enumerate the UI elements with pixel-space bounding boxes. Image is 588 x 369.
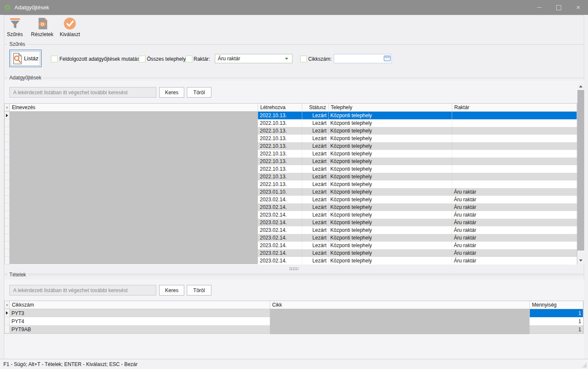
cell-status[interactable]: Lezárt xyxy=(302,211,329,219)
cell-status[interactable]: Lezárt xyxy=(302,127,329,135)
cell-site[interactable]: Központi telephely xyxy=(329,203,452,211)
cell-status[interactable]: Lezárt xyxy=(302,158,329,165)
splitter-grip[interactable] xyxy=(289,267,298,270)
row-selector-cell[interactable] xyxy=(5,325,10,333)
checkbox-processed-label[interactable]: Feldolgozott adatgyűjtések mutatása xyxy=(59,56,142,62)
cell-site[interactable]: Központi telephely xyxy=(329,158,452,165)
cell-quantity[interactable]: 1 xyxy=(530,325,583,333)
cell-created[interactable]: 2023.02.14. xyxy=(258,242,302,249)
column-header-created[interactable]: Létrehozva xyxy=(258,104,302,111)
column-header-site[interactable]: Telephely xyxy=(329,104,452,111)
items-clear-button[interactable]: Töröl xyxy=(187,285,211,296)
cell-site[interactable]: Központi telephely xyxy=(329,173,452,180)
cell-status[interactable]: Lezárt xyxy=(302,242,329,249)
cell-created[interactable]: 2023.02.14. xyxy=(258,211,302,219)
cell-quantity[interactable]: 1 xyxy=(530,309,583,317)
checkbox-warehouse-label[interactable]: Raktár: xyxy=(194,56,210,62)
cell-site[interactable]: Központi telephely xyxy=(329,119,452,127)
cell-item-number[interactable]: PYT4 xyxy=(10,317,270,325)
cell-status[interactable]: Lezárt xyxy=(302,196,329,203)
row-selector-header[interactable]: * xyxy=(5,104,10,111)
cell-warehouse[interactable] xyxy=(452,158,577,165)
collections-search-button[interactable]: Keres xyxy=(159,87,184,98)
item-number-input[interactable] xyxy=(334,54,392,63)
cell-site[interactable]: Központi telephely xyxy=(329,226,452,234)
cell-warehouse[interactable] xyxy=(452,173,577,180)
cell-status[interactable]: Lezárt xyxy=(302,173,329,180)
close-button[interactable]: × xyxy=(568,0,588,15)
toolbar-button-filter[interactable]: Szűrés xyxy=(5,17,25,37)
warehouse-select[interactable]: Áru raktár xyxy=(215,54,293,63)
toolbar-button-select[interactable]: Kiválaszt xyxy=(60,17,80,37)
cell-site[interactable]: Központi telephely xyxy=(329,150,452,158)
cell-status[interactable]: Lezárt xyxy=(302,234,329,242)
cell-warehouse[interactable]: Áru raktár xyxy=(452,211,577,219)
cell-warehouse[interactable] xyxy=(452,150,577,158)
cell-quantity[interactable]: 1 xyxy=(530,317,583,325)
cell-created[interactable]: 2023.02.14. xyxy=(258,196,302,203)
cell-site[interactable]: Központi telephely xyxy=(329,135,452,142)
cell-status[interactable]: Lezárt xyxy=(302,119,329,127)
cell-warehouse[interactable] xyxy=(452,180,577,188)
cell-site[interactable]: Központi telephely xyxy=(329,219,452,226)
cell-status[interactable]: Lezárt xyxy=(302,112,329,119)
cell-created[interactable]: 2022.10.13. xyxy=(258,173,302,180)
cell-warehouse[interactable]: Áru raktár xyxy=(452,188,577,196)
cell-warehouse[interactable] xyxy=(452,135,577,142)
cell-site[interactable]: Központi telephely xyxy=(329,196,452,203)
cell-warehouse[interactable] xyxy=(452,119,577,127)
cell-warehouse[interactable]: Áru raktár xyxy=(452,257,577,265)
cell-site[interactable]: Központi telephely xyxy=(329,112,452,119)
maximize-button[interactable] xyxy=(549,0,568,15)
column-header-quantity[interactable]: Mennyiség xyxy=(530,301,583,309)
cell-warehouse[interactable]: Áru raktár xyxy=(452,234,577,242)
cell-created[interactable]: 2023.02.14. xyxy=(258,249,302,257)
title-bar[interactable]: Adatgyűjtések × xyxy=(0,0,588,15)
cell-site[interactable]: Központi telephely xyxy=(329,257,452,265)
cell-created[interactable]: 2022.10.13. xyxy=(258,180,302,188)
cell-created[interactable]: 2023.02.14. xyxy=(258,257,302,265)
cell-created[interactable]: 2023.02.14. xyxy=(258,203,302,211)
checkbox-item-number[interactable] xyxy=(300,56,307,62)
cell-created[interactable]: 2022.10.13. xyxy=(258,135,302,142)
row-selector-header[interactable]: * xyxy=(5,301,10,309)
toolbar-button-details[interactable]: Részletek xyxy=(31,17,53,37)
cell-status[interactable]: Lezárt xyxy=(302,203,329,211)
cell-created[interactable]: 2022.10.13. xyxy=(258,150,302,158)
cell-status[interactable]: Lezárt xyxy=(302,142,329,150)
checkbox-processed[interactable] xyxy=(51,56,58,62)
cell-status[interactable]: Lezárt xyxy=(302,257,329,265)
cell-warehouse[interactable]: Áru raktár xyxy=(452,203,577,211)
scroll-up-button[interactable] xyxy=(577,83,584,90)
column-header-warehouse[interactable]: Raktár xyxy=(452,104,577,111)
browse-window-icon[interactable] xyxy=(384,56,391,61)
vertical-scrollbar[interactable] xyxy=(577,83,584,264)
column-header-item[interactable]: Cikk xyxy=(270,301,530,309)
cell-created[interactable]: 2023.02.14. xyxy=(258,234,302,242)
cell-site[interactable]: Központi telephely xyxy=(329,180,452,188)
cell-site[interactable]: Központi telephely xyxy=(329,188,452,196)
cell-item-number[interactable]: PYT3 xyxy=(10,309,270,317)
cell-warehouse[interactable]: Áru raktár xyxy=(452,242,577,249)
items-search-button[interactable]: Keres xyxy=(159,285,184,296)
column-header-status[interactable]: Státusz xyxy=(302,104,329,111)
resize-grip[interactable] xyxy=(582,363,587,368)
cell-warehouse[interactable]: Áru raktár xyxy=(452,196,577,203)
cell-created[interactable]: 2022.10.13. xyxy=(258,158,302,165)
cell-status[interactable]: Lezárt xyxy=(302,188,329,196)
cell-warehouse[interactable]: Áru raktár xyxy=(452,226,577,234)
cell-site[interactable]: Központi telephely xyxy=(329,142,452,150)
collections-search-input[interactable] xyxy=(9,87,156,98)
cell-status[interactable]: Lezárt xyxy=(302,165,329,173)
cell-warehouse[interactable] xyxy=(452,112,577,119)
cell-status[interactable]: Lezárt xyxy=(302,150,329,158)
cell-warehouse[interactable]: Áru raktár xyxy=(452,219,577,226)
minimize-button[interactable] xyxy=(529,0,549,15)
cell-site[interactable]: Központi telephely xyxy=(329,242,452,249)
cell-created[interactable]: 2022.10.13. xyxy=(258,142,302,150)
scrollbar-thumb[interactable] xyxy=(577,90,584,251)
cell-warehouse[interactable] xyxy=(452,142,577,150)
cell-status[interactable]: Lezárt xyxy=(302,180,329,188)
cell-site[interactable]: Központi telephely xyxy=(329,211,452,219)
cell-status[interactable]: Lezárt xyxy=(302,135,329,142)
